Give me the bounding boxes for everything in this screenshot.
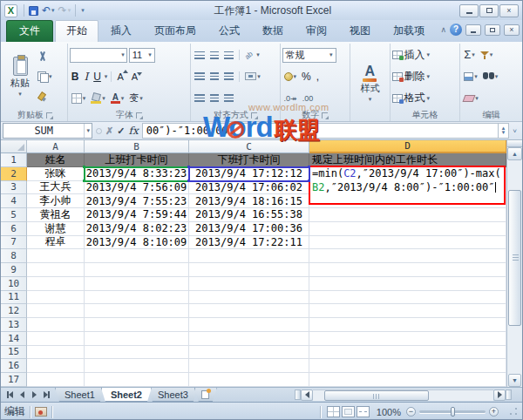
- expand-formula-bar-icon[interactable]: ˅: [509, 123, 520, 139]
- restore-button[interactable]: [479, 4, 499, 17]
- column-header-B[interactable]: B: [85, 140, 189, 153]
- row-header-11[interactable]: 11: [1, 291, 27, 305]
- cell-D14[interactable]: [309, 332, 506, 346]
- name-box[interactable]: SUM ▾: [3, 123, 92, 139]
- zoom-level[interactable]: 100%: [377, 407, 401, 417]
- align-left-button[interactable]: [193, 69, 207, 85]
- cell-A3[interactable]: 王大兵: [27, 181, 85, 195]
- formula-bar-spin[interactable]: ▲▼: [498, 123, 509, 139]
- ribbon-tab-页面布局[interactable]: 页面布局: [144, 21, 207, 42]
- row-header-3[interactable]: 3: [1, 181, 27, 195]
- cell-A8[interactable]: [27, 249, 85, 263]
- cell-A10[interactable]: [27, 277, 85, 291]
- cell-B9[interactable]: [85, 263, 189, 277]
- cell-C11[interactable]: [189, 291, 309, 305]
- cell-B5[interactable]: 2013/9/4 7:59:44: [85, 208, 189, 222]
- insert-worksheet-button[interactable]: [194, 388, 217, 402]
- workbook-close-button[interactable]: ×: [504, 24, 520, 36]
- decrease-indent-button[interactable]: [193, 91, 207, 106]
- cell-A17[interactable]: [27, 373, 85, 387]
- vertical-scrollbar[interactable]: ▲ ▼: [506, 140, 522, 387]
- copy-button[interactable]: ▾: [36, 69, 54, 85]
- row-header-12[interactable]: 12: [1, 304, 27, 318]
- format-painter-button[interactable]: [36, 89, 54, 105]
- cell-D17[interactable]: [309, 373, 506, 387]
- save-button[interactable]: [27, 3, 40, 17]
- align-top-button[interactable]: [193, 47, 207, 63]
- name-box-dropdown-icon[interactable]: ▾: [84, 124, 92, 138]
- cell-C9[interactable]: [189, 263, 309, 277]
- fill-button[interactable]: ▾: [462, 69, 479, 85]
- cell-D12[interactable]: [309, 304, 506, 318]
- formula-input[interactable]: 00″)-″1:00:00″: [142, 123, 498, 139]
- row-header-6[interactable]: 6: [1, 222, 27, 236]
- font-size-combobox[interactable]: 11▾: [129, 48, 155, 63]
- macro-record-icon[interactable]: [35, 407, 47, 417]
- ribbon-tab-文件[interactable]: 文件: [6, 20, 53, 42]
- select-all-corner[interactable]: [1, 140, 27, 153]
- horizontal-scrollbar[interactable]: [313, 390, 493, 401]
- selection-handle[interactable]: [83, 180, 85, 182]
- page-layout-view-button[interactable]: [342, 406, 355, 417]
- cell-A1[interactable]: 姓名: [27, 153, 85, 167]
- cell-C14[interactable]: [189, 332, 309, 346]
- cell-B14[interactable]: [85, 332, 189, 346]
- cell-D11[interactable]: [309, 291, 506, 305]
- selection-handle[interactable]: [187, 166, 190, 168]
- underline-button[interactable]: U: [92, 69, 103, 85]
- cell-A15[interactable]: [27, 346, 85, 360]
- scroll-left-icon[interactable]: [301, 390, 313, 401]
- phonetic-button[interactable]: 变▾: [127, 91, 145, 106]
- vertical-split-handle[interactable]: [507, 140, 522, 147]
- scroll-up-icon[interactable]: ▲: [507, 147, 522, 160]
- ribbon-tab-插入[interactable]: 插入: [100, 21, 142, 42]
- increase-indent-button[interactable]: [208, 91, 221, 106]
- comma-style-button[interactable]: ,: [315, 69, 321, 85]
- sheet-tab-Sheet3[interactable]: Sheet3: [148, 388, 198, 402]
- cell-C4[interactable]: 2013/9/4 18:16:15: [189, 194, 309, 208]
- column-header-D[interactable]: D: [309, 140, 506, 153]
- next-sheet-button[interactable]: [29, 390, 39, 400]
- scroll-right-icon[interactable]: [493, 390, 506, 401]
- font-dialog-launcher[interactable]: [136, 112, 142, 119]
- number-dialog-launcher[interactable]: [322, 112, 328, 119]
- selection-handle[interactable]: [308, 180, 310, 182]
- align-right-button[interactable]: [222, 69, 235, 85]
- percent-style-button[interactable]: %: [300, 69, 313, 85]
- zoom-slider-handle[interactable]: [451, 407, 455, 417]
- scroll-down-icon[interactable]: ▼: [508, 374, 521, 387]
- cell-A16[interactable]: [27, 359, 85, 373]
- cell-D15[interactable]: [309, 346, 506, 360]
- selection-handle[interactable]: [308, 166, 310, 168]
- cell-A5[interactable]: 黄祖名: [27, 208, 85, 222]
- row-header-7[interactable]: 7: [1, 236, 27, 250]
- cell-C15[interactable]: [189, 346, 309, 360]
- delete-cells-button[interactable]: 删除▾: [392, 68, 458, 85]
- cell-C16[interactable]: [189, 359, 309, 373]
- shrink-font-button[interactable]: A: [130, 69, 142, 85]
- grid[interactable]: ABCD 1姓名上班打卡时间下班打卡时间规定上班时间内的工作时长2张咪2013/…: [1, 140, 506, 387]
- cell-A9[interactable]: [27, 263, 85, 277]
- format-cells-button[interactable]: 格式▾: [392, 90, 458, 107]
- decrease-decimal-button[interactable]: .00: [301, 91, 316, 106]
- align-center-button[interactable]: [208, 69, 221, 85]
- cell-B11[interactable]: [85, 291, 189, 305]
- clipboard-dialog-launcher[interactable]: [46, 112, 52, 119]
- wrap-text-button[interactable]: [222, 91, 235, 106]
- prev-sheet-button[interactable]: [17, 390, 27, 400]
- first-sheet-button[interactable]: [4, 390, 15, 400]
- cell-B10[interactable]: [85, 277, 189, 291]
- cancel-formula-button[interactable]: ✗: [105, 125, 113, 137]
- cell-B3[interactable]: 2013/9/4 7:56:09: [85, 181, 189, 195]
- horizontal-split-handle-right[interactable]: [506, 390, 512, 400]
- page-break-view-button[interactable]: [357, 406, 370, 417]
- borders-button[interactable]: ▾: [70, 91, 88, 106]
- row-header-8[interactable]: 8: [1, 249, 27, 263]
- row-header-13[interactable]: 13: [1, 318, 27, 332]
- cell-B12[interactable]: [85, 304, 189, 318]
- styles-button[interactable]: A 样式▾: [354, 63, 385, 104]
- cell-C13[interactable]: [189, 318, 309, 332]
- number-format-combobox[interactable]: 常规▾: [282, 48, 336, 63]
- horizontal-split-handle[interactable]: [295, 390, 301, 400]
- cell-A12[interactable]: [27, 304, 85, 318]
